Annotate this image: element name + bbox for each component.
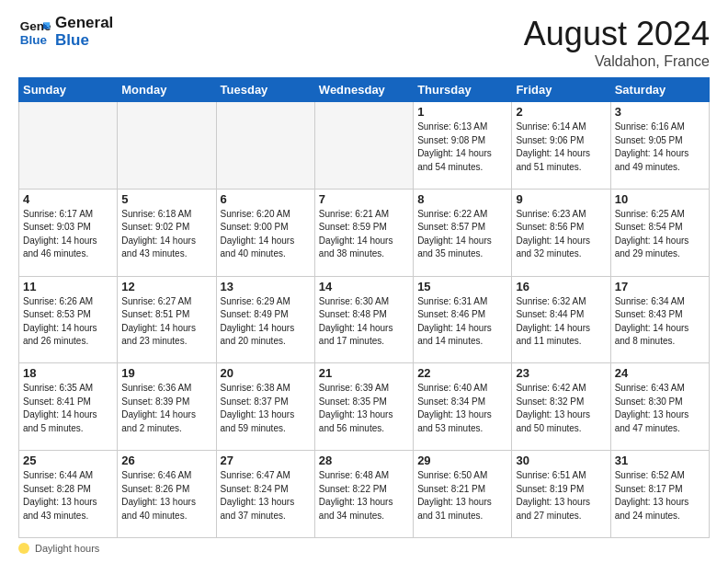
day-number: 17 [615,280,705,293]
day-info: Sunrise: 6:39 AM Sunset: 8:35 PM Dayligh… [319,382,409,435]
day-info: Sunrise: 6:32 AM Sunset: 8:44 PM Dayligh… [516,295,606,349]
day-info: Sunrise: 6:13 AM Sunset: 9:08 PM Dayligh… [417,121,507,174]
page: General Blue General Blue August 2024 Va… [0,0,728,563]
day-number: 22 [417,366,507,380]
day-cell: 14Sunrise: 6:30 AM Sunset: 8:48 PM Dayli… [314,276,413,363]
day-cell: 27Sunrise: 6:47 AM Sunset: 8:24 PM Dayli… [216,451,314,538]
title-block: August 2024 Valdahon, France [524,15,710,70]
day-info: Sunrise: 6:35 AM Sunset: 8:41 PM Dayligh… [23,382,113,435]
day-info: Sunrise: 6:42 AM Sunset: 8:32 PM Dayligh… [516,382,606,435]
daylight-icon [18,543,29,554]
day-info: Sunrise: 6:47 AM Sunset: 8:24 PM Dayligh… [221,469,311,523]
logo: General Blue General Blue [18,15,113,49]
day-number: 10 [615,192,705,206]
day-cell [314,102,413,190]
day-info: Sunrise: 6:27 AM Sunset: 8:51 PM Dayligh… [121,295,211,349]
day-info: Sunrise: 6:18 AM Sunset: 9:02 PM Dayligh… [121,208,211,261]
day-cell: 15Sunrise: 6:31 AM Sunset: 8:46 PM Dayli… [414,276,512,363]
col-header-friday: Friday [512,78,610,102]
day-info: Sunrise: 6:14 AM Sunset: 9:06 PM Dayligh… [516,121,606,174]
calendar-header-row: SundayMondayTuesdayWednesdayThursdayFrid… [19,78,710,102]
day-number: 5 [121,192,211,206]
day-cell: 29Sunrise: 6:50 AM Sunset: 8:21 PM Dayli… [414,451,512,538]
day-number: 25 [23,454,113,467]
day-cell [118,102,216,190]
day-number: 12 [121,280,211,293]
day-info: Sunrise: 6:46 AM Sunset: 8:26 PM Dayligh… [121,469,211,523]
day-info: Sunrise: 6:38 AM Sunset: 8:37 PM Dayligh… [221,382,311,435]
day-cell: 4Sunrise: 6:17 AM Sunset: 9:03 PM Daylig… [19,189,118,276]
day-cell: 5Sunrise: 6:18 AM Sunset: 9:02 PM Daylig… [118,189,216,276]
day-info: Sunrise: 6:43 AM Sunset: 8:30 PM Dayligh… [615,382,705,435]
day-number: 3 [615,105,705,119]
day-number: 23 [516,366,606,380]
day-number: 7 [319,192,409,206]
calendar-table: SundayMondayTuesdayWednesdayThursdayFrid… [18,77,710,538]
day-number: 11 [23,280,113,293]
day-cell: 1Sunrise: 6:13 AM Sunset: 9:08 PM Daylig… [414,102,512,190]
day-number: 26 [121,454,211,467]
day-cell: 28Sunrise: 6:48 AM Sunset: 8:22 PM Dayli… [314,451,413,538]
footer: Daylight hours [18,543,710,554]
day-info: Sunrise: 6:30 AM Sunset: 8:48 PM Dayligh… [319,295,409,349]
day-info: Sunrise: 6:36 AM Sunset: 8:39 PM Dayligh… [121,382,211,435]
day-cell: 16Sunrise: 6:32 AM Sunset: 8:44 PM Dayli… [512,276,610,363]
day-number: 4 [23,192,113,206]
day-cell: 3Sunrise: 6:16 AM Sunset: 9:05 PM Daylig… [610,102,709,190]
day-info: Sunrise: 6:50 AM Sunset: 8:21 PM Dayligh… [417,469,507,523]
day-cell: 6Sunrise: 6:20 AM Sunset: 9:00 PM Daylig… [216,189,314,276]
day-cell: 2Sunrise: 6:14 AM Sunset: 9:06 PM Daylig… [512,102,610,190]
week-row-1: 1Sunrise: 6:13 AM Sunset: 9:08 PM Daylig… [19,102,710,190]
day-cell [19,102,118,190]
week-row-3: 11Sunrise: 6:26 AM Sunset: 8:53 PM Dayli… [19,276,710,363]
day-info: Sunrise: 6:34 AM Sunset: 8:43 PM Dayligh… [615,295,705,349]
col-header-thursday: Thursday [414,78,512,102]
day-cell: 9Sunrise: 6:23 AM Sunset: 8:56 PM Daylig… [512,189,610,276]
day-number: 15 [417,280,507,293]
day-number: 28 [319,454,409,467]
day-cell: 7Sunrise: 6:21 AM Sunset: 8:59 PM Daylig… [314,189,413,276]
day-info: Sunrise: 6:21 AM Sunset: 8:59 PM Dayligh… [319,208,409,261]
day-info: Sunrise: 6:29 AM Sunset: 8:49 PM Dayligh… [221,295,311,349]
col-header-tuesday: Tuesday [216,78,314,102]
footer-label: Daylight hours [35,543,99,554]
day-cell: 18Sunrise: 6:35 AM Sunset: 8:41 PM Dayli… [19,363,118,451]
day-cell: 31Sunrise: 6:52 AM Sunset: 8:17 PM Dayli… [610,451,709,538]
day-number: 30 [516,454,606,467]
day-number: 8 [417,192,507,206]
day-number: 29 [417,454,507,467]
day-info: Sunrise: 6:31 AM Sunset: 8:46 PM Dayligh… [417,295,507,349]
logo-icon: General Blue [18,16,51,49]
day-info: Sunrise: 6:52 AM Sunset: 8:17 PM Dayligh… [615,469,705,523]
day-number: 6 [221,192,311,206]
day-info: Sunrise: 6:20 AM Sunset: 9:00 PM Dayligh… [221,208,311,261]
day-number: 1 [417,105,507,119]
week-row-4: 18Sunrise: 6:35 AM Sunset: 8:41 PM Dayli… [19,363,710,451]
day-info: Sunrise: 6:16 AM Sunset: 9:05 PM Dayligh… [615,121,705,174]
logo-general: General [55,15,113,32]
day-cell: 13Sunrise: 6:29 AM Sunset: 8:49 PM Dayli… [216,276,314,363]
col-header-saturday: Saturday [610,78,709,102]
day-cell: 17Sunrise: 6:34 AM Sunset: 8:43 PM Dayli… [610,276,709,363]
day-cell: 22Sunrise: 6:40 AM Sunset: 8:34 PM Dayli… [414,363,512,451]
logo-blue: Blue [55,32,113,50]
day-number: 24 [615,366,705,380]
day-number: 13 [221,280,311,293]
day-number: 9 [516,192,606,206]
day-cell: 23Sunrise: 6:42 AM Sunset: 8:32 PM Dayli… [512,363,610,451]
month-title: August 2024 [524,15,710,53]
day-info: Sunrise: 6:23 AM Sunset: 8:56 PM Dayligh… [516,208,606,261]
header: General Blue General Blue August 2024 Va… [18,15,710,70]
day-info: Sunrise: 6:51 AM Sunset: 8:19 PM Dayligh… [516,469,606,523]
day-number: 20 [221,366,311,380]
day-cell: 8Sunrise: 6:22 AM Sunset: 8:57 PM Daylig… [414,189,512,276]
col-header-wednesday: Wednesday [314,78,413,102]
week-row-2: 4Sunrise: 6:17 AM Sunset: 9:03 PM Daylig… [19,189,710,276]
day-number: 27 [221,454,311,467]
col-header-monday: Monday [118,78,216,102]
day-info: Sunrise: 6:25 AM Sunset: 8:54 PM Dayligh… [615,208,705,261]
col-header-sunday: Sunday [19,78,118,102]
svg-text:Blue: Blue [20,32,48,46]
day-cell: 26Sunrise: 6:46 AM Sunset: 8:26 PM Dayli… [118,451,216,538]
week-row-5: 25Sunrise: 6:44 AM Sunset: 8:28 PM Dayli… [19,451,710,538]
